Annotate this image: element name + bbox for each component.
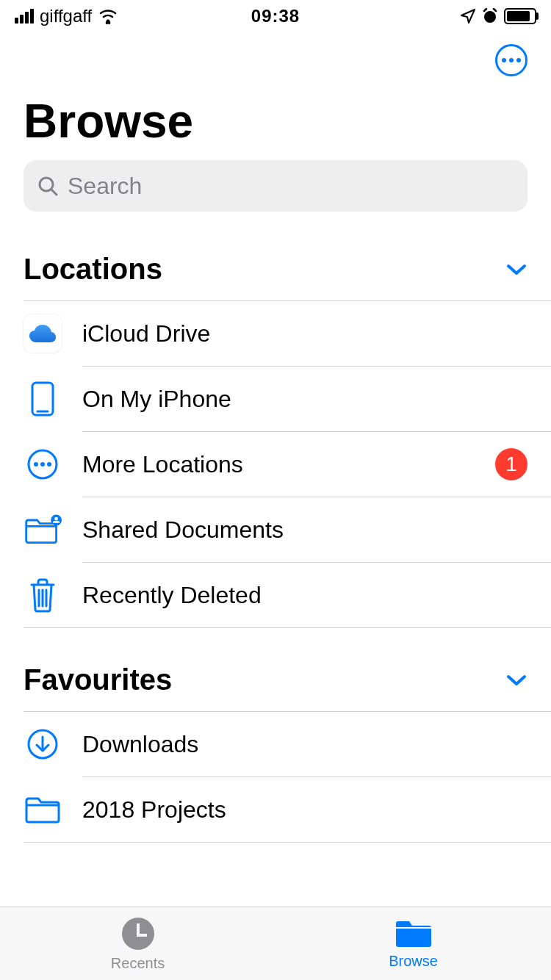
status-right: [460, 8, 536, 24]
tab-bar: Recents Browse: [0, 907, 551, 980]
downloads-icon: [24, 725, 62, 763]
status-left: giffgaff: [15, 6, 118, 26]
location-item-on-my-iphone[interactable]: On My iPhone: [0, 367, 551, 431]
status-bar: giffgaff 09:38: [0, 0, 551, 32]
shared-folder-icon: [24, 511, 62, 549]
location-item-icloud[interactable]: iCloud Drive: [0, 301, 551, 366]
tab-browse[interactable]: Browse: [276, 907, 551, 980]
svg-point-8: [40, 462, 45, 466]
battery-icon: [504, 8, 536, 24]
svg-point-1: [484, 11, 496, 23]
more-options-button[interactable]: [495, 44, 527, 76]
svg-line-3: [51, 190, 57, 195]
signal-strength-icon: [15, 9, 34, 24]
search-icon: [37, 175, 59, 197]
row-label: 2018 Projects: [82, 796, 527, 824]
folder-icon: [24, 790, 62, 829]
svg-point-7: [34, 462, 38, 466]
svg-point-0: [107, 20, 110, 24]
more-locations-icon: [24, 445, 62, 483]
section-header-favourites[interactable]: Favourites: [0, 628, 551, 711]
location-icon: [460, 8, 476, 24]
location-item-recently-deleted[interactable]: Recently Deleted: [0, 563, 551, 627]
row-label: On My iPhone: [82, 386, 527, 413]
tab-label: Recents: [111, 955, 165, 972]
section-title-favourites: Favourites: [24, 663, 172, 696]
status-time: 09:38: [251, 6, 300, 26]
favourite-item-2018-projects[interactable]: 2018 Projects: [0, 777, 551, 842]
tab-label: Browse: [389, 953, 438, 970]
icloud-icon: [24, 314, 62, 353]
chevron-down-icon: [505, 262, 527, 277]
svg-rect-4: [32, 383, 53, 415]
section-title-locations: Locations: [24, 253, 162, 286]
location-item-shared-documents[interactable]: Shared Documents: [0, 497, 551, 562]
folder-fill-icon: [393, 918, 434, 950]
search-placeholder: Search: [68, 173, 142, 200]
tab-recents[interactable]: Recents: [0, 907, 276, 980]
clock-icon: [120, 915, 156, 952]
svg-rect-21: [396, 927, 431, 929]
alarm-icon: [482, 8, 498, 24]
search-input[interactable]: Search: [24, 160, 527, 212]
row-label: Recently Deleted: [82, 582, 527, 609]
chevron-down-icon: [505, 673, 527, 688]
row-label: iCloud Drive: [82, 320, 527, 347]
row-label: Downloads: [82, 731, 527, 758]
iphone-icon: [24, 380, 62, 418]
page-title: Browse: [0, 76, 551, 160]
location-item-more-locations[interactable]: More Locations 1: [0, 432, 551, 497]
row-label: More Locations: [82, 451, 475, 478]
favourite-item-downloads[interactable]: Downloads: [0, 712, 551, 777]
notification-badge: 1: [495, 448, 527, 480]
wifi-icon: [98, 8, 118, 24]
svg-point-12: [54, 517, 58, 521]
nav-bar: [0, 32, 551, 76]
svg-point-9: [47, 462, 51, 466]
carrier-label: giffgaff: [40, 6, 92, 26]
section-header-locations[interactable]: Locations: [0, 217, 551, 300]
row-label: Shared Documents: [82, 516, 527, 544]
trash-icon: [24, 576, 62, 614]
